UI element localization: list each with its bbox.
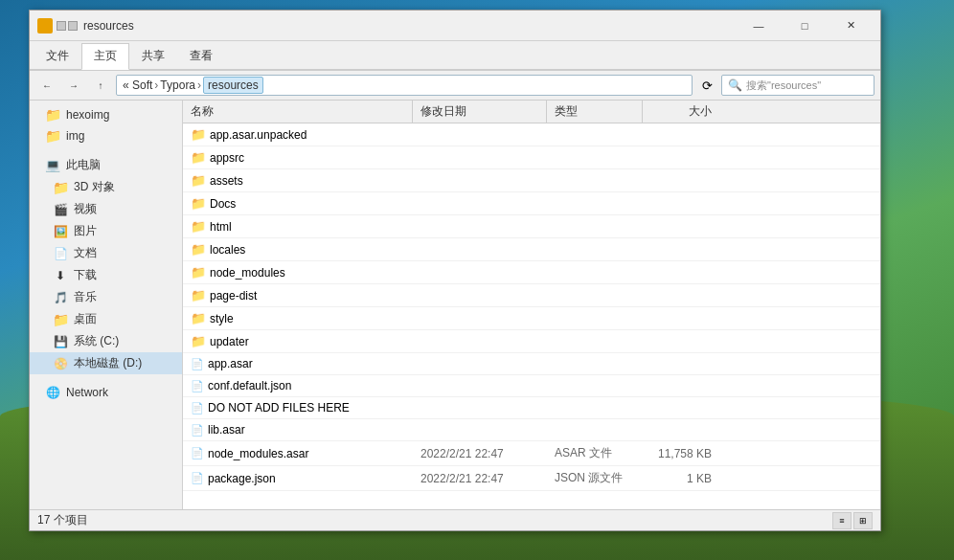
- folder-icon: 📁: [191, 311, 206, 325]
- file-date: [413, 406, 547, 410]
- table-row[interactable]: 📁locales: [183, 238, 880, 261]
- file-date: [413, 225, 547, 229]
- sidebar-item-3d[interactable]: 📁 3D 对象: [30, 176, 182, 198]
- file-name: updater: [210, 335, 249, 348]
- file-type: [547, 225, 643, 229]
- file-name: html: [210, 220, 232, 234]
- sidebar-item-docs[interactable]: 📄 文档: [30, 242, 182, 264]
- table-row[interactable]: 📄package.json 2022/2/21 22:47 JSON 源文件 1…: [183, 466, 880, 491]
- table-row[interactable]: 📁node_modules: [183, 261, 880, 284]
- view-tiles-button[interactable]: ⊞: [853, 512, 873, 529]
- minimize-button[interactable]: —: [737, 11, 781, 40]
- sidebar-item-music[interactable]: 🎵 音乐: [30, 286, 182, 308]
- col-name[interactable]: 名称: [183, 101, 413, 123]
- file-size: [643, 317, 719, 321]
- file-type: [547, 317, 643, 321]
- folder-icon: 📁: [191, 288, 206, 302]
- search-box[interactable]: 🔍 搜索"resources": [721, 75, 874, 96]
- table-row[interactable]: 📁app.asar.unpacked: [183, 123, 880, 146]
- file-name: app.asar.unpacked: [210, 128, 307, 142]
- table-row[interactable]: 📁style: [183, 307, 880, 330]
- video-icon: 🎬: [53, 202, 68, 217]
- table-row[interactable]: 📄conf.default.json: [183, 375, 880, 397]
- file-name: appsrc: [210, 151, 244, 165]
- sidebar-label-pictures: 图片: [74, 223, 97, 239]
- main-content: 📁 hexoimg 📁 img 💻 此电脑 📁 3D 对象 🎬 视频 🖼️: [30, 101, 880, 509]
- file-size: [643, 428, 719, 432]
- file-name: Docs: [210, 197, 236, 211]
- address-path[interactable]: « Soft › Typora › resources: [116, 75, 693, 96]
- back-button[interactable]: ←: [35, 75, 58, 96]
- sidebar-item-video[interactable]: 🎬 视频: [30, 198, 182, 220]
- table-row[interactable]: 📁page-dist: [183, 284, 880, 307]
- sidebar-label-downloads: 下载: [74, 267, 97, 283]
- tab-share[interactable]: 共享: [129, 43, 177, 69]
- col-date[interactable]: 修改日期: [413, 101, 547, 123]
- sidebar-item-network[interactable]: 🌐 Network: [30, 382, 182, 403]
- table-row[interactable]: 📁html: [183, 215, 880, 238]
- file-size: [643, 362, 719, 366]
- file-type: [547, 340, 643, 344]
- refresh-button[interactable]: ⟳: [696, 75, 717, 96]
- sidebar-item-c[interactable]: 💾 系统 (C:): [30, 330, 182, 352]
- table-row[interactable]: 📄app.asar: [183, 353, 880, 375]
- sidebar-item-d[interactable]: 📀 本地磁盘 (D:): [30, 352, 182, 374]
- sidebar-item-img[interactable]: 📁 img: [30, 125, 182, 146]
- sidebar-item-pc[interactable]: 💻 此电脑: [30, 154, 182, 176]
- file-icon: 📄: [191, 424, 204, 437]
- path-soft[interactable]: « Soft: [123, 78, 152, 92]
- file-name: assets: [210, 174, 243, 188]
- title-bar: resources — □ ✕: [30, 11, 880, 41]
- sidebar: 📁 hexoimg 📁 img 💻 此电脑 📁 3D 对象 🎬 视频 🖼️: [30, 101, 183, 509]
- folder-icon: 📁: [191, 334, 206, 348]
- desktop-icon: 📁: [53, 312, 68, 327]
- table-row[interactable]: 📄lib.asar: [183, 419, 880, 441]
- file-size: [643, 271, 719, 275]
- tab-view[interactable]: 查看: [177, 43, 225, 69]
- file-date: [413, 156, 547, 160]
- file-type: [547, 406, 643, 410]
- file-size: [643, 225, 719, 229]
- tab-file[interactable]: 文件: [34, 43, 81, 69]
- pc-icon: 💻: [45, 158, 60, 173]
- file-size: [643, 156, 719, 160]
- folder-icon: 📁: [45, 128, 60, 144]
- table-row[interactable]: 📁assets: [183, 169, 880, 192]
- close-button[interactable]: ✕: [829, 11, 873, 40]
- table-row[interactable]: 📁updater: [183, 330, 880, 353]
- table-row[interactable]: 📄node_modules.asar 2022/2/21 22:47 ASAR …: [183, 441, 880, 466]
- forward-button[interactable]: →: [62, 75, 85, 96]
- file-name: style: [210, 312, 234, 325]
- file-size: [643, 384, 719, 388]
- maximize-button[interactable]: □: [783, 11, 827, 40]
- tab-home[interactable]: 主页: [81, 43, 129, 70]
- file-date: [413, 340, 547, 344]
- file-size: [643, 340, 719, 344]
- file-type: [547, 156, 643, 160]
- table-row[interactable]: 📁Docs: [183, 192, 880, 215]
- sidebar-item-desktop[interactable]: 📁 桌面: [30, 308, 182, 330]
- col-type[interactable]: 类型: [547, 101, 643, 123]
- view-details-button[interactable]: ≡: [832, 512, 852, 529]
- path-resources[interactable]: resources: [203, 77, 263, 94]
- sidebar-item-hexoimg[interactable]: 📁 hexoimg: [30, 104, 182, 125]
- folder-icon: 📁: [191, 219, 206, 234]
- file-name: package.json: [208, 472, 276, 485]
- table-row[interactable]: 📄DO NOT ADD FILES HERE: [183, 397, 880, 419]
- sidebar-label-network: Network: [66, 386, 108, 399]
- column-header: 名称 修改日期 类型 大小: [183, 101, 880, 123]
- sidebar-label-hexoimg: hexoimg: [66, 108, 109, 122]
- sidebar-label-3d: 3D 对象: [74, 179, 115, 195]
- file-icon: 📄: [191, 380, 204, 392]
- col-size[interactable]: 大小: [643, 101, 719, 123]
- drive-d-icon: 📀: [53, 356, 68, 371]
- up-button[interactable]: ↑: [89, 75, 112, 96]
- sidebar-item-downloads[interactable]: ⬇ 下载: [30, 264, 182, 286]
- file-date: [413, 384, 547, 388]
- sidebar-label-docs: 文档: [74, 245, 97, 261]
- sidebar-item-pictures[interactable]: 🖼️ 图片: [30, 220, 182, 242]
- address-bar: ← → ↑ « Soft › Typora › resources ⟳ 🔍 搜索…: [30, 71, 880, 101]
- path-typora[interactable]: Typora: [160, 78, 195, 92]
- file-list-area: 名称 修改日期 类型 大小 📁app.asar.unpacked 📁appsrc: [183, 101, 880, 509]
- table-row[interactable]: 📁appsrc: [183, 146, 880, 169]
